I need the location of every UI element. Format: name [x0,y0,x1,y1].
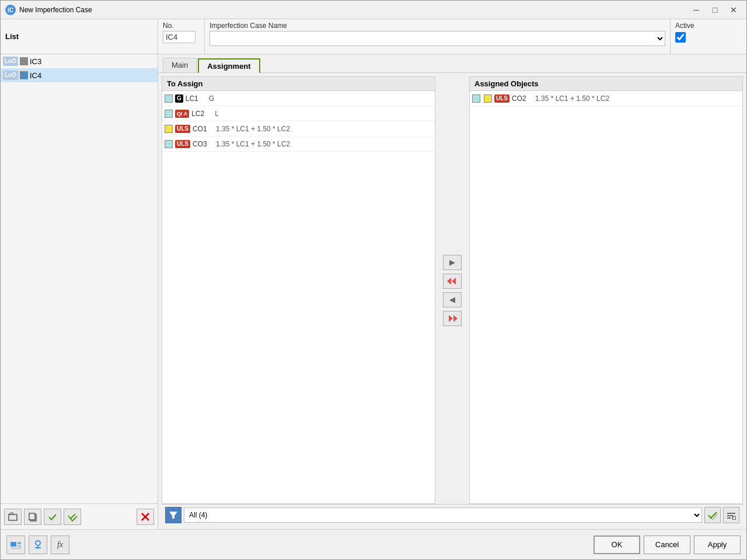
color-indicator [165,94,173,103]
dialog-buttons: OK Cancel Apply [594,536,741,554]
row-id: CO2 [512,94,533,103]
formula-icon: fx [57,540,63,550]
table-row[interactable]: QI A LC2 L [162,106,435,121]
copy-button[interactable] [24,509,41,525]
bottom-bar-left: fx [6,536,594,554]
badge: ULS [175,125,190,133]
list-item[interactable]: LoO IC4 [1,68,158,82]
assigned-list: ULS CO2 1.35 * LC1 + 1.50 * LC2 [470,91,742,503]
loo-badge: LoO [3,71,18,80]
check-all-filter-button[interactable] [704,507,721,523]
badge: ULS [494,94,509,103]
svg-marker-10 [449,315,453,322]
row-desc: G [209,94,432,103]
svg-rect-18 [18,542,21,544]
formula-button[interactable]: fx [51,536,69,554]
content-area: List No. Imperfection Case Name Active [1,19,746,559]
svg-rect-19 [18,545,21,547]
filter-select[interactable]: All (4) [184,508,702,523]
table-row[interactable]: ULS CO1 1.35 * LC1 + 1.50 * LC2 [162,121,435,136]
table-row[interactable]: ULS CO3 1.35 * LC1 + 1.50 * LC2 [162,136,435,152]
row-desc: 1.35 * LC1 + 1.50 * LC2 [535,94,740,103]
sidebar-footer [1,503,158,529]
active-field: Active [671,19,746,54]
item-label: IC4 [30,71,41,80]
to-assign-list: G LC1 G QI A LC2 L [162,91,435,503]
filter-row: All (4) [162,504,743,526]
assign-one-button[interactable]: ▶ [443,255,462,270]
to-assign-header: To Assign [162,77,435,91]
table-row[interactable]: G LC1 G [162,91,435,106]
active-checkbox[interactable] [675,32,686,43]
app-icon: IC [5,5,16,15]
delete-button[interactable] [137,509,154,525]
close-button[interactable]: ✕ [725,4,742,16]
header-row: List No. Imperfection Case Name Active [1,19,746,54]
svg-marker-11 [169,512,177,519]
color-indicator [165,110,173,118]
svg-rect-17 [11,542,16,547]
name-field: Imperfection Case Name [205,19,671,54]
row-desc: L [215,110,432,118]
svg-marker-8 [452,278,456,285]
name-select[interactable] [210,31,665,46]
svg-marker-7 [447,278,451,285]
no-input[interactable] [163,31,196,43]
unassign-all-button[interactable] [443,311,462,326]
tab-assignment[interactable]: Assignment [198,58,260,73]
svg-marker-9 [453,315,458,322]
title-bar: IC New Imperfection Case ─ □ ✕ [1,1,746,19]
svg-line-16 [735,519,736,520]
assign-all-button[interactable] [443,274,462,289]
minimize-button[interactable]: ─ [688,4,704,16]
tabs-row: Main Assignment [158,54,746,73]
table-row[interactable]: ULS CO2 1.35 * LC1 + 1.50 * LC2 [470,91,742,106]
color-indicator [20,57,28,65]
unassign-one-button[interactable]: ◀ [443,292,462,307]
check-button[interactable] [44,509,61,525]
name-label: Imperfection Case Name [210,22,665,30]
main-window: IC New Imperfection Case ─ □ ✕ List No. … [0,0,747,560]
svg-rect-12 [727,513,735,514]
right-panel: Main Assignment To Assign [158,54,746,529]
tab-content: To Assign G LC1 G [158,73,746,529]
maximize-button[interactable]: □ [707,4,723,16]
color-indicator [20,71,28,79]
new-folder-button[interactable] [4,509,22,525]
bottom-bar: fx OK Cancel Apply [1,529,746,559]
header-fields: No. Imperfection Case Name Active [158,19,746,54]
active-label: Active [675,22,742,30]
row-id: LC1 [186,94,207,103]
filter-settings-button[interactable] [723,507,739,523]
assigned-panel: Assigned Objects ULS CO2 1.35 * LC1 + 1.… [469,76,743,504]
view-button[interactable] [6,536,25,554]
badge: ULS [175,140,190,148]
window-controls: ─ □ ✕ [688,4,742,16]
badge: QI A [175,110,189,118]
item-label: IC3 [30,57,41,66]
row-desc: 1.35 * LC1 + 1.50 * LC2 [216,140,432,148]
row-id: LC2 [191,110,212,118]
to-assign-panel: To Assign G LC1 G [162,76,435,504]
center-controls: ▶ ◀ [438,76,467,504]
tab-main[interactable]: Main [163,58,197,72]
badge: G [175,94,183,103]
svg-rect-20 [11,548,21,549]
row-id: CO3 [193,140,214,148]
svg-rect-14 [727,517,731,519]
list-item[interactable]: LoO IC3 [1,54,158,68]
color-indicator [165,140,173,148]
row-desc: 1.35 * LC1 + 1.50 * LC2 [216,125,432,133]
row-id: CO1 [193,125,214,133]
filter-button[interactable] [165,507,181,523]
assigned-header: Assigned Objects [470,77,742,91]
svg-rect-2 [9,514,17,520]
apply-button[interactable]: Apply [694,536,741,554]
check-all-button[interactable] [64,509,81,525]
cancel-button[interactable]: Cancel [644,536,690,554]
list-label: List [1,19,158,54]
no-field: No. [158,19,205,54]
ok-button[interactable]: OK [594,536,640,554]
svg-text:IC: IC [8,7,13,13]
layout-button[interactable] [29,536,47,554]
